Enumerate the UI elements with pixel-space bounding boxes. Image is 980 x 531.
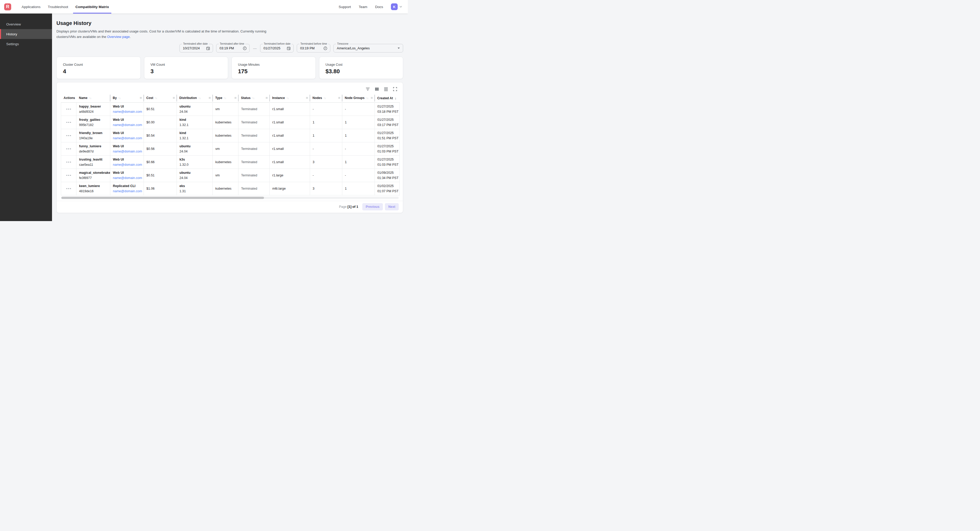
calendar-icon[interactable] — [286, 46, 291, 51]
table-row: friendly_brown1f40a19e Web UIname@domain… — [61, 129, 400, 142]
terminated-before-time-field[interactable]: Terminated before time 03:19 PM — [297, 44, 330, 52]
tab-troubleshoot[interactable]: Troubleshoot — [44, 0, 72, 14]
terminated-after-time-field[interactable]: Terminated after time 03:19 PM — [216, 44, 250, 52]
previous-page-button[interactable]: Previous — [362, 203, 383, 211]
column-drag-handle-icon[interactable]: = — [140, 96, 142, 100]
sort-icon[interactable]: ↑↓ — [286, 97, 289, 100]
terminated-before-date-field[interactable]: Terminated before date 01/27/2025 — [260, 44, 294, 52]
team-link[interactable]: Team — [359, 5, 367, 9]
horizontal-scrollbar-thumb[interactable] — [61, 197, 264, 199]
sort-icon[interactable]: ↑↓ — [89, 97, 91, 100]
column-drag-handle-icon[interactable]: = — [234, 96, 236, 100]
sidebar-item-settings[interactable]: Settings — [0, 39, 52, 49]
column-header-name[interactable]: Name↑↓ — [76, 94, 110, 102]
by-email-link[interactable]: name@domain.com — [113, 110, 142, 114]
tab-compatibility-matrix[interactable]: Compatibility Matrix — [72, 0, 113, 14]
row-actions-button[interactable] — [64, 175, 73, 176]
cell-instance: r1.small — [270, 142, 310, 155]
column-header-label: By — [113, 96, 117, 100]
cell-type: vm — [213, 169, 239, 182]
columns-icon[interactable] — [374, 86, 380, 92]
by-email-link[interactable]: name@domain.com — [113, 176, 142, 180]
chevron-down-icon[interactable] — [399, 5, 402, 9]
cell-nodes: 1 — [310, 116, 342, 129]
sort-icon[interactable]: ↑↓ — [252, 97, 255, 100]
description-line2: clusters/VMs are available on the — [56, 35, 107, 39]
sort-icon[interactable]: ↑↓ — [118, 97, 121, 100]
overview-page-link[interactable]: Overview page — [107, 35, 130, 39]
column-drag-handle-icon[interactable]: = — [266, 96, 267, 100]
row-actions-button[interactable] — [64, 109, 73, 109]
stat-value: 3 — [151, 68, 222, 75]
terminated-after-date-field[interactable]: Terminated after date 10/27/2024 — [180, 44, 213, 52]
by-email-link[interactable]: name@domain.com — [113, 136, 142, 140]
sidebar-item-overview[interactable]: Overview — [0, 19, 52, 29]
cell-created-at: 01/27/202501:03 PM PST — [375, 155, 400, 169]
clock-icon[interactable] — [323, 46, 328, 51]
row-actions-button[interactable] — [64, 148, 73, 149]
by-email-link[interactable]: name@domain.com — [113, 163, 142, 166]
column-header-cost[interactable]: Cost↑↓= — [144, 94, 177, 102]
replicated-logo[interactable]: R — [4, 3, 11, 10]
filter-icon[interactable] — [364, 86, 371, 92]
page-description: Displays prior clusters/VMs and their as… — [56, 29, 403, 40]
column-header-type[interactable]: Type↑↓= — [213, 94, 239, 102]
column-header-status[interactable]: Status↑↓= — [239, 94, 270, 102]
field-label: Terminated after date — [182, 42, 209, 45]
row-actions-button[interactable] — [64, 135, 73, 136]
sort-icon[interactable]: ↑↓ — [366, 97, 369, 100]
tab-applications[interactable]: Applications — [18, 0, 44, 14]
distribution-name: ubuntu — [180, 144, 210, 149]
column-drag-handle-icon[interactable]: = — [208, 96, 211, 100]
created-date: 01/27/2025 — [377, 157, 399, 162]
cell-created-at: 01/27/202501:03 PM PST — [375, 142, 400, 155]
column-header-by[interactable]: By↑↓= — [110, 94, 144, 102]
row-actions-button[interactable] — [64, 122, 73, 123]
column-header-nodes[interactable]: Nodes↑↓= — [310, 94, 342, 102]
by-email-link[interactable]: name@domain.com — [113, 150, 142, 153]
sidebar-item-history[interactable]: History — [0, 29, 52, 39]
fullscreen-icon[interactable] — [392, 86, 398, 92]
created-date: 01/27/2025 — [377, 130, 399, 136]
row-actions-button[interactable] — [64, 188, 73, 189]
by-email-link[interactable]: name@domain.com — [113, 123, 142, 127]
next-page-button[interactable]: Next — [385, 203, 399, 211]
horizontal-scrollbar-track[interactable] — [61, 197, 399, 199]
row-actions-button[interactable] — [64, 162, 73, 163]
by-email-link[interactable]: name@domain.com — [113, 189, 142, 193]
column-header-node-groups[interactable]: Node Groups↑↓= — [342, 94, 375, 102]
support-link[interactable]: Support — [339, 5, 351, 9]
cell-type: vm — [213, 142, 239, 155]
cell-created-at: 01/27/202501:51 PM PST — [375, 129, 400, 142]
cell-node-groups: 1 — [342, 129, 375, 142]
column-header-distribution[interactable]: Distribution↑↓= — [177, 94, 213, 102]
sort-icon[interactable]: ↑↓ — [224, 97, 226, 100]
clock-icon[interactable] — [243, 46, 247, 51]
docs-link[interactable]: Docs — [375, 5, 383, 9]
calendar-icon[interactable] — [206, 46, 210, 51]
name-primary: friendly_brown — [79, 130, 107, 136]
sort-icon[interactable]: ↑↓ — [323, 97, 326, 100]
created-time: 03:18 PM PST — [377, 109, 399, 114]
cell-distribution: ubuntu24.04 — [177, 142, 213, 155]
cell-name: magical_stonebrakerfe3f8977 — [76, 169, 110, 182]
cell-node-groups: - — [342, 169, 375, 182]
cell-type: kubernetes — [213, 155, 239, 169]
account-menu[interactable]: K — [391, 3, 402, 10]
sort-icon[interactable]: ↑↓ — [155, 97, 157, 100]
avatar[interactable]: K — [391, 3, 398, 10]
name-id: 1f40a19e — [79, 136, 107, 141]
sort-icon[interactable]: ↑↓ — [199, 97, 201, 100]
density-icon[interactable] — [383, 86, 389, 92]
timezone-select[interactable]: Timezone America/Los_Angeles — [333, 44, 403, 52]
distribution-version: 1.31 — [180, 189, 210, 194]
sorted-desc-icon: ↓ — [395, 96, 397, 100]
column-drag-handle-icon[interactable]: = — [173, 96, 175, 100]
created-date: 01/02/2025 — [377, 184, 399, 189]
column-drag-handle-icon[interactable]: = — [371, 96, 373, 100]
column-header-label: Actions — [64, 96, 75, 100]
column-header-instance[interactable]: Instance↑↓= — [270, 94, 310, 102]
column-drag-handle-icon[interactable]: = — [306, 96, 308, 100]
by-source: Web UI — [113, 130, 141, 136]
column-drag-handle-icon[interactable]: = — [338, 96, 340, 100]
